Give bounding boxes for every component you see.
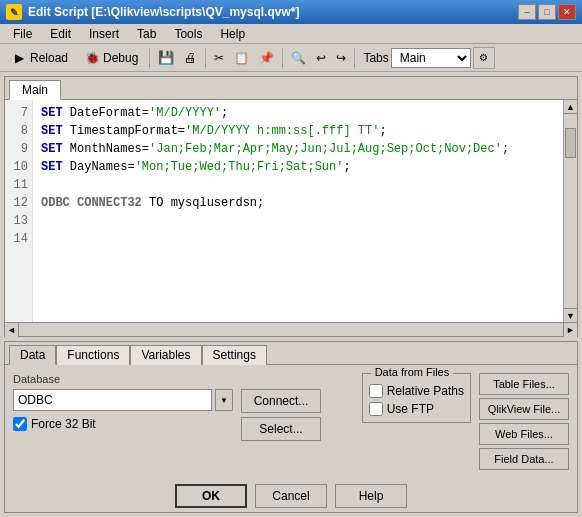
- h-scroll-track: [19, 324, 563, 336]
- use-ftp-label[interactable]: Use FTP: [387, 402, 434, 416]
- files-legend: Data from Files: [371, 366, 454, 378]
- menu-edit[interactable]: Edit: [41, 25, 80, 43]
- title-bar-left: ✎ Edit Script [E:\Qlikview\scripts\QV_my…: [6, 4, 299, 20]
- connect-button[interactable]: Connect...: [241, 389, 321, 413]
- help-button[interactable]: Help: [335, 484, 407, 508]
- toolbar-icon-btn-7[interactable]: ↩: [312, 47, 330, 69]
- tab-functions[interactable]: Functions: [56, 345, 130, 365]
- files-buttons: Table Files... QlikView File... Web File…: [479, 373, 569, 470]
- scroll-down-arrow[interactable]: ▼: [564, 308, 577, 322]
- line-num-14: 14: [9, 230, 28, 248]
- scroll-track: [564, 172, 577, 308]
- main-area: Main 7 8 9 10 11 12 13 14 SET DateFormat…: [0, 72, 582, 517]
- toolbar-separator-4: [354, 48, 355, 68]
- menu-file[interactable]: File: [4, 25, 41, 43]
- line-num-7: 7: [9, 104, 28, 122]
- relative-paths-label[interactable]: Relative Paths: [387, 384, 464, 398]
- toolbar-separator-2: [205, 48, 206, 68]
- relative-paths-checkbox[interactable]: [369, 384, 383, 398]
- db-dropdown-row: ODBC ▼: [13, 389, 233, 411]
- horizontal-scrollbar[interactable]: ◄ ►: [5, 322, 577, 336]
- line-num-8: 8: [9, 122, 28, 140]
- debug-icon: 🐞: [84, 50, 100, 66]
- line-num-12: 12: [9, 194, 28, 212]
- toolbar-icon-btn-6[interactable]: 🔍: [287, 47, 310, 69]
- toolbar-icon-btn-3[interactable]: ✂: [210, 47, 228, 69]
- script-tab-main[interactable]: Main: [9, 80, 61, 100]
- minimize-button[interactable]: –: [518, 4, 536, 20]
- tab-variables[interactable]: Variables: [130, 345, 201, 365]
- bottom-content: Database ODBC ▼ Force 32 Bit Connect... …: [5, 365, 577, 478]
- force32-label[interactable]: Force 32 Bit: [31, 417, 96, 431]
- reload-button[interactable]: ▶ Reload: [4, 47, 75, 69]
- line-num-10: 10: [9, 158, 28, 176]
- toolbar-icon-btn-1[interactable]: 💾: [154, 47, 178, 69]
- spacer: [329, 373, 354, 470]
- toolbar-icon-btn-4[interactable]: 📋: [230, 47, 253, 69]
- qlikview-file-button[interactable]: QlikView File...: [479, 398, 569, 420]
- cancel-button[interactable]: Cancel: [255, 484, 327, 508]
- reload-label: Reload: [30, 51, 68, 65]
- use-ftp-row: Use FTP: [369, 402, 464, 416]
- line-num-9: 9: [9, 140, 28, 158]
- vertical-scrollbar[interactable]: ▲ ▼: [563, 100, 577, 322]
- files-checkboxes: Relative Paths Use FTP: [369, 384, 464, 416]
- window-title: Edit Script [E:\Qlikview\scripts\QV_mysq…: [28, 5, 299, 19]
- database-select[interactable]: ODBC: [13, 389, 212, 411]
- footer-buttons: OK Cancel Help: [5, 478, 577, 512]
- menu-tab[interactable]: Tab: [128, 25, 165, 43]
- database-section: Database ODBC ▼ Force 32 Bit: [13, 373, 233, 470]
- bottom-tab-strip: Data Functions Variables Settings: [5, 342, 577, 365]
- toolbar-icon-btn-5[interactable]: 📌: [255, 47, 278, 69]
- maximize-button[interactable]: □: [538, 4, 556, 20]
- debug-button[interactable]: 🐞 Debug: [77, 47, 145, 69]
- app-icon: ✎: [6, 4, 22, 20]
- tab-settings[interactable]: Settings: [202, 345, 267, 365]
- table-files-button[interactable]: Table Files...: [479, 373, 569, 395]
- toolbar-end-btn[interactable]: ⚙: [473, 47, 495, 69]
- data-from-files-area: Data from Files Relative Paths Use FTP T: [362, 373, 569, 470]
- force32-row: Force 32 Bit: [13, 417, 233, 431]
- toolbar-separator-3: [282, 48, 283, 68]
- line-numbers: 7 8 9 10 11 12 13 14: [5, 100, 33, 322]
- line-num-13: 13: [9, 212, 28, 230]
- menu-insert[interactable]: Insert: [80, 25, 128, 43]
- tab-strip: Main: [5, 77, 577, 100]
- script-content-area[interactable]: SET DateFormat='M/D/YYYY'; SET Timestamp…: [33, 100, 563, 322]
- web-files-button[interactable]: Web Files...: [479, 423, 569, 445]
- tab-data[interactable]: Data: [9, 345, 56, 365]
- close-button[interactable]: ✕: [558, 4, 576, 20]
- scroll-up-arrow[interactable]: ▲: [564, 100, 577, 114]
- toolbar-separator-1: [149, 48, 150, 68]
- tabs-label: Tabs: [363, 51, 388, 65]
- script-panel: Main 7 8 9 10 11 12 13 14 SET DateFormat…: [4, 76, 578, 337]
- reload-icon: ▶: [11, 50, 27, 66]
- files-section: Data from Files Relative Paths Use FTP: [362, 373, 471, 423]
- ok-button[interactable]: OK: [175, 484, 247, 508]
- toolbar: ▶ Reload 🐞 Debug 💾 🖨 ✂ 📋 📌 🔍 ↩ ↪ Tabs Ma…: [0, 44, 582, 72]
- menu-tools[interactable]: Tools: [165, 25, 211, 43]
- field-data-button[interactable]: Field Data...: [479, 448, 569, 470]
- toolbar-icon-btn-2[interactable]: 🖨: [180, 47, 201, 69]
- bottom-panel: Data Functions Variables Settings Databa…: [4, 341, 578, 513]
- relative-paths-row: Relative Paths: [369, 384, 464, 398]
- dropdown-arrow-icon[interactable]: ▼: [215, 389, 233, 411]
- line-num-11: 11: [9, 176, 28, 194]
- tabs-dropdown[interactable]: Main: [391, 48, 471, 68]
- scroll-thumb[interactable]: [565, 128, 576, 158]
- menu-bar: File Edit Insert Tab Tools Help: [0, 24, 582, 44]
- script-editor: 7 8 9 10 11 12 13 14 SET DateFormat='M/D…: [5, 100, 577, 322]
- title-bar: ✎ Edit Script [E:\Qlikview\scripts\QV_my…: [0, 0, 582, 24]
- connect-section: Connect... Select...: [241, 389, 321, 470]
- scroll-right-arrow[interactable]: ►: [563, 323, 577, 337]
- title-bar-controls[interactable]: – □ ✕: [518, 4, 576, 20]
- force32-checkbox[interactable]: [13, 417, 27, 431]
- scroll-left-arrow[interactable]: ◄: [5, 323, 19, 337]
- menu-help[interactable]: Help: [211, 25, 254, 43]
- use-ftp-checkbox[interactable]: [369, 402, 383, 416]
- database-label: Database: [13, 373, 233, 385]
- debug-label: Debug: [103, 51, 138, 65]
- toolbar-icon-btn-8[interactable]: ↪: [332, 47, 350, 69]
- select-button[interactable]: Select...: [241, 417, 321, 441]
